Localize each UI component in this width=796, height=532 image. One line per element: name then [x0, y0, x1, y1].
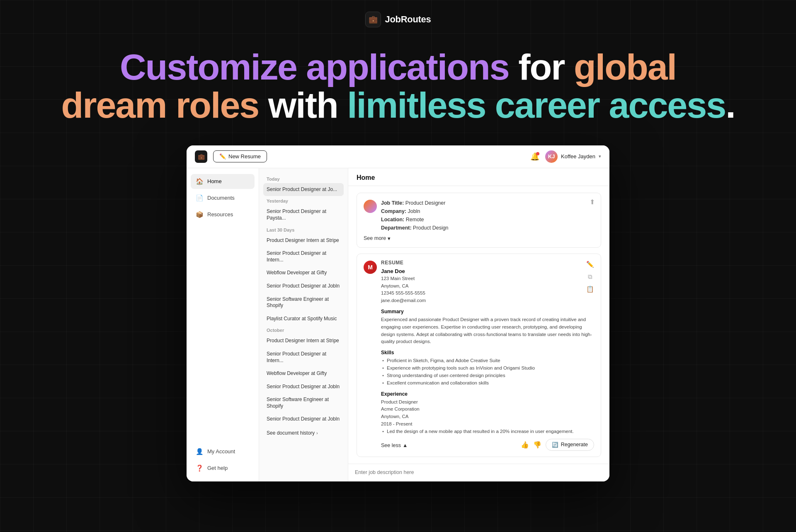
history-item-text: Webflow Developer at Gifty — [267, 370, 340, 377]
app-topbar-left: 💼 ✏️ New Resume — [195, 150, 267, 163]
summary-title: Summary — [381, 309, 594, 314]
resume-avatar: M — [364, 261, 377, 274]
resume-card: M RESUME Jane Doe 123 Main Street Anytow… — [357, 254, 601, 457]
see-less-button[interactable]: See less ▲ — [381, 441, 408, 448]
history-item[interactable]: Senior Product Designer at Intern... — [263, 348, 344, 367]
notification-dot — [536, 152, 539, 155]
new-resume-label: New Resume — [228, 153, 261, 160]
hero-word-customize: Customize applications — [120, 46, 509, 87]
edit-resume-button[interactable]: ✏️ — [585, 260, 595, 269]
job-info: Job Title: Product Designer Company: Job… — [381, 199, 594, 232]
exp-company: Acme Corporation — [381, 406, 594, 413]
history-item-text: Webflow Developer at Gifty — [267, 270, 340, 276]
exp-role: Product Designer — [381, 399, 594, 406]
resume-actions: ✏️ ⧉ 📋 — [585, 260, 595, 294]
skills-list: Proficient in Sketch, Figma, and Adobe C… — [381, 357, 594, 387]
job-title-value: Product Designer — [405, 200, 446, 206]
skill-item: Excellent communication and collaboratio… — [381, 380, 594, 387]
history-item-text: Senior Product Designer at Jobln — [267, 384, 340, 390]
regenerate-button[interactable]: 🔄 Regenerate — [546, 439, 594, 451]
sidebar-item-documents[interactable]: 📄 Documents — [191, 191, 255, 206]
see-history-label: See document history — [267, 430, 315, 436]
sidebar-label-documents: Documents — [207, 195, 235, 201]
history-item[interactable]: Senior Product Designer at Jobln — [263, 413, 344, 426]
history-item[interactable]: Senior Product Designer at Jo... ··· — [263, 183, 344, 196]
history-item[interactable]: Webflow Developer at Gifty — [263, 266, 344, 280]
exp-bullets: Led the design of a new mobile app that … — [381, 428, 594, 435]
company-value: Jobln — [408, 208, 420, 214]
resume-address: 123 Main Street — [381, 275, 594, 283]
see-more-button[interactable]: See more ▾ — [364, 235, 594, 242]
history-item[interactable]: Senior Product Designer at Paysta... — [263, 205, 344, 225]
history-item[interactable]: Senior Product Designer at Intern... — [263, 247, 344, 266]
department-value: Product Design — [413, 225, 448, 231]
sidebar-item-get-help[interactable]: ❓ Get help — [191, 461, 255, 476]
job-title-label: Job Title: — [381, 200, 404, 206]
history-section-yesterday: Yesterday — [263, 196, 344, 205]
see-document-history[interactable]: See document history › — [263, 426, 344, 440]
history-item[interactable]: Senior Software Engineer at Shopify — [263, 293, 344, 312]
chat-area: Job Title: Product Designer Company: Job… — [348, 186, 609, 464]
thumbs-down-button[interactable]: 👎 — [533, 441, 541, 449]
job-description-input[interactable] — [355, 469, 603, 475]
sidebar-item-my-account[interactable]: 👤 My Account — [191, 444, 255, 459]
sidebar-label-my-account: My Account — [207, 448, 235, 455]
thumbs-up-button[interactable]: 👍 — [521, 441, 529, 449]
history-item[interactable]: Webflow Developer at Gifty — [263, 367, 344, 380]
see-more-label: See more — [364, 235, 386, 241]
history-item-text: Senior Software Engineer at Shopify — [267, 296, 340, 309]
history-section-today: Today — [263, 174, 344, 183]
company-line: Company: Jobln — [381, 207, 594, 215]
history-item[interactable]: Playlist Curator at Spotify Music — [263, 312, 344, 326]
history-item[interactable]: Senior Product Designer at Jobln — [263, 380, 344, 394]
history-item-text: Senior Product Designer at Paysta... — [267, 208, 340, 221]
history-item-text: Playlist Curator at Spotify Music — [267, 316, 340, 322]
sidebar-item-home[interactable]: 🏠 Home — [191, 174, 255, 189]
input-bar — [348, 464, 609, 481]
see-less-label: See less — [381, 443, 401, 448]
resume-label: RESUME — [381, 260, 594, 266]
history-item[interactable]: Product Designer Intern at Stripe — [263, 234, 344, 247]
resume-phone: 12345 555-555-5555 — [381, 290, 594, 297]
help-icon: ❓ — [196, 464, 204, 472]
notification-bell[interactable]: 🔔 — [530, 152, 539, 161]
history-item[interactable]: Senior Product Designer at Jobln — [263, 280, 344, 293]
chevron-up-icon: ▲ — [403, 443, 408, 448]
regenerate-label: Regenerate — [561, 442, 588, 447]
home-icon: 🏠 — [196, 178, 204, 185]
app-window-wrapper: 💼 ✏️ New Resume 🔔 KJ Koffee Jayden ▾ — [0, 145, 796, 481]
user-menu[interactable]: KJ Koffee Jayden ▾ — [545, 150, 601, 163]
share-icon[interactable]: ⬆ — [590, 198, 595, 206]
history-item-text: Senior Software Engineer at Shopify — [267, 397, 340, 409]
summary-text: Experienced and passionate Product Desig… — [381, 316, 594, 346]
chevron-down-icon: ▾ — [388, 235, 391, 242]
history-item[interactable]: Product Designer Intern at Stripe — [263, 334, 344, 348]
skill-item: Proficient in Sketch, Figma, and Adobe C… — [381, 357, 594, 365]
company-label: Company: — [381, 208, 406, 214]
app-logo-small: 💼 — [195, 150, 207, 163]
download-resume-button[interactable]: 📋 — [585, 285, 595, 294]
copy-resume-button[interactable]: ⧉ — [585, 272, 595, 281]
department-label: Department: — [381, 225, 412, 231]
app-topbar: 💼 ✏️ New Resume 🔔 KJ Koffee Jayden ▾ — [187, 145, 609, 168]
exp-location: Anytown, CA — [381, 413, 594, 421]
skills-title: Skills — [381, 350, 594, 355]
history-item-text: Senior Product Designer at Intern... — [267, 250, 340, 263]
exp-dates: 2018 - Present — [381, 421, 594, 428]
app-body: 🏠 Home 📄 Documents 📦 Resources 👤 My Acco… — [187, 168, 609, 481]
page-title: Home — [357, 174, 375, 181]
history-panel: Today Senior Product Designer at Jo... ·… — [259, 168, 348, 481]
chevron-down-icon: ▾ — [599, 154, 601, 159]
new-resume-button[interactable]: ✏️ New Resume — [213, 150, 267, 162]
resources-icon: 📦 — [196, 211, 204, 218]
history-item-text: Senior Product Designer at Jobln — [267, 416, 340, 423]
see-history-arrow: › — [316, 430, 318, 435]
sidebar-label-home: Home — [207, 178, 222, 184]
username: Koffee Jayden — [561, 153, 595, 160]
main-content: Home Job Title: Product Designer — [348, 168, 609, 481]
department-line: Department: Product Design — [381, 224, 594, 232]
documents-icon: 📄 — [196, 194, 204, 202]
history-item[interactable]: Senior Software Engineer at Shopify — [263, 393, 344, 413]
sidebar-item-resources[interactable]: 📦 Resources — [191, 207, 255, 222]
resume-city: Anytown, CA — [381, 283, 594, 290]
